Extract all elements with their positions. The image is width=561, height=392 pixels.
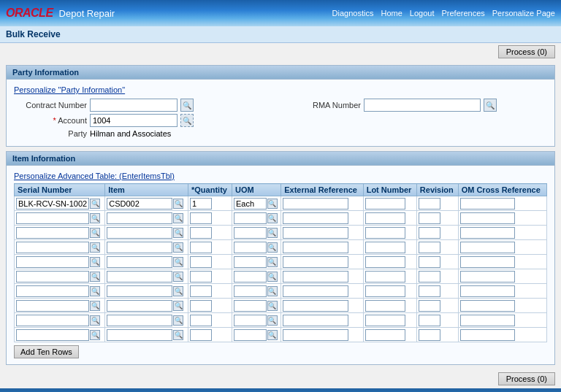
external-reference-input[interactable] xyxy=(283,329,348,341)
uom-input[interactable] xyxy=(234,242,267,253)
uom-input[interactable] xyxy=(234,329,267,341)
uom-search[interactable]: 🔍 xyxy=(267,315,278,326)
serial-number-input[interactable] xyxy=(16,329,89,341)
serial-number-search[interactable]: 🔍 xyxy=(90,228,100,238)
uom-input[interactable] xyxy=(234,315,267,326)
item-input[interactable] xyxy=(107,242,172,253)
item-search[interactable]: 🔍 xyxy=(173,199,183,209)
item-search[interactable]: 🔍 xyxy=(173,330,183,340)
om-cross-reference-input[interactable] xyxy=(460,256,515,268)
quantity-input[interactable] xyxy=(190,212,212,224)
item-search[interactable]: 🔍 xyxy=(173,257,183,267)
uom-input[interactable] xyxy=(234,285,267,297)
uom-input[interactable] xyxy=(234,227,267,239)
lot-number-input[interactable] xyxy=(365,315,405,326)
nav-home[interactable]: Home xyxy=(381,9,402,18)
om-cross-reference-input[interactable] xyxy=(460,285,515,297)
nav-personalize-page[interactable]: Personalize Page xyxy=(492,9,555,18)
serial-number-input[interactable] xyxy=(16,285,89,297)
uom-search[interactable]: 🔍 xyxy=(267,213,278,223)
om-cross-reference-input[interactable] xyxy=(460,329,515,341)
uom-input[interactable] xyxy=(234,212,267,224)
revision-input[interactable] xyxy=(419,329,440,341)
serial-number-input[interactable] xyxy=(16,315,89,326)
uom-input[interactable] xyxy=(234,271,267,283)
personalize-party-link[interactable]: Personalize "Party Information" xyxy=(14,85,547,94)
item-input[interactable] xyxy=(107,256,172,268)
om-cross-reference-input[interactable] xyxy=(460,198,515,210)
om-cross-reference-input[interactable] xyxy=(460,271,515,283)
revision-input[interactable] xyxy=(419,271,440,283)
serial-number-input[interactable] xyxy=(16,198,89,210)
uom-search[interactable]: 🔍 xyxy=(267,257,278,267)
revision-input[interactable] xyxy=(419,300,440,312)
uom-search[interactable]: 🔍 xyxy=(267,272,278,282)
uom-search[interactable]: 🔍 xyxy=(267,242,278,253)
serial-number-search[interactable]: 🔍 xyxy=(90,242,100,253)
serial-number-search[interactable]: 🔍 xyxy=(90,301,100,311)
uom-search[interactable]: 🔍 xyxy=(267,228,278,238)
om-cross-reference-input[interactable] xyxy=(460,227,515,239)
rma-number-input[interactable] xyxy=(364,99,481,112)
serial-number-search[interactable]: 🔍 xyxy=(90,257,100,267)
serial-number-search[interactable]: 🔍 xyxy=(90,315,100,326)
rma-number-search-button[interactable]: 🔍 xyxy=(484,99,497,112)
lot-number-input[interactable] xyxy=(365,198,405,210)
personalize-table-link[interactable]: Personalize Advanced Table: (EnterItemsT… xyxy=(14,172,547,180)
serial-number-input[interactable] xyxy=(16,271,89,283)
om-cross-reference-input[interactable] xyxy=(460,242,515,253)
lot-number-input[interactable] xyxy=(365,300,405,312)
revision-input[interactable] xyxy=(419,256,440,268)
item-search[interactable]: 🔍 xyxy=(173,286,183,296)
om-cross-reference-input[interactable] xyxy=(460,212,515,224)
quantity-input[interactable] xyxy=(190,285,212,297)
lot-number-input[interactable] xyxy=(365,212,405,224)
quantity-input[interactable] xyxy=(190,329,212,341)
serial-number-search[interactable]: 🔍 xyxy=(90,286,100,296)
revision-input[interactable] xyxy=(419,227,440,239)
item-search[interactable]: 🔍 xyxy=(173,213,183,223)
item-input[interactable] xyxy=(107,285,172,297)
account-search-button[interactable]: 🔍 xyxy=(180,114,194,127)
contract-number-search-button[interactable]: 🔍 xyxy=(180,99,194,112)
revision-input[interactable] xyxy=(419,212,440,224)
item-input[interactable] xyxy=(107,300,172,312)
uom-input[interactable] xyxy=(234,198,267,210)
serial-number-search[interactable]: 🔍 xyxy=(90,330,100,340)
external-reference-input[interactable] xyxy=(283,198,348,210)
quantity-input[interactable] xyxy=(190,271,212,283)
revision-input[interactable] xyxy=(419,285,440,297)
uom-search[interactable]: 🔍 xyxy=(267,330,278,340)
serial-number-input[interactable] xyxy=(16,227,89,239)
quantity-input[interactable] xyxy=(190,227,212,239)
nav-preferences[interactable]: Preferences xyxy=(441,9,484,18)
uom-input[interactable] xyxy=(234,256,267,268)
revision-input[interactable] xyxy=(419,315,440,326)
serial-number-search[interactable]: 🔍 xyxy=(90,272,100,282)
lot-number-input[interactable] xyxy=(365,227,405,239)
contract-number-input[interactable] xyxy=(90,99,178,112)
serial-number-input[interactable] xyxy=(16,212,89,224)
item-input[interactable] xyxy=(107,198,172,210)
lot-number-input[interactable] xyxy=(365,271,405,283)
quantity-input[interactable] xyxy=(190,256,212,268)
revision-input[interactable] xyxy=(419,198,440,210)
external-reference-input[interactable] xyxy=(283,315,348,326)
process-button-bottom[interactable]: Process (0) xyxy=(498,372,555,385)
nav-diagnostics[interactable]: Diagnostics xyxy=(332,9,374,18)
lot-number-input[interactable] xyxy=(365,285,405,297)
serial-number-search[interactable]: 🔍 xyxy=(90,199,100,209)
quantity-input[interactable] xyxy=(190,300,212,312)
om-cross-reference-input[interactable] xyxy=(460,300,515,312)
serial-number-input[interactable] xyxy=(16,256,89,268)
quantity-input[interactable] xyxy=(190,198,212,210)
lot-number-input[interactable] xyxy=(365,242,405,253)
item-search[interactable]: 🔍 xyxy=(173,315,183,326)
serial-number-input[interactable] xyxy=(16,242,89,253)
item-search[interactable]: 🔍 xyxy=(173,272,183,282)
external-reference-input[interactable] xyxy=(283,300,348,312)
item-search[interactable]: 🔍 xyxy=(173,228,183,238)
external-reference-input[interactable] xyxy=(283,271,348,283)
serial-number-search[interactable]: 🔍 xyxy=(90,213,100,223)
item-search[interactable]: 🔍 xyxy=(173,301,183,311)
